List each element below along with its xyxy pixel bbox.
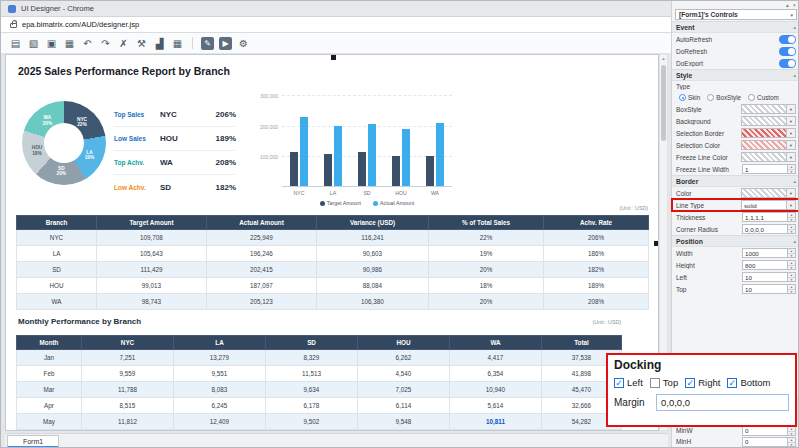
table-header-cell: Month (17, 336, 82, 350)
panel-bottom-rows: MinW0▴▾MinH0▴▾ (671, 425, 799, 447)
spinner-value[interactable]: 10 (742, 284, 788, 294)
spinner-value[interactable]: 1 (742, 164, 788, 174)
docking-checkbox-right[interactable]: ✓Right (685, 377, 720, 388)
new-document-icon[interactable]: ▤ (9, 37, 22, 50)
margin-input[interactable]: 0,0,0,0 (656, 394, 789, 411)
spinner-buttons[interactable]: ▴▾ (788, 212, 796, 222)
dropdown-arrow-icon[interactable]: ▾ (787, 188, 796, 198)
field-label: Freeze Line Width (676, 166, 730, 173)
save-icon[interactable]: ▣ (45, 37, 58, 50)
spinner-buttons[interactable]: ▴▾ (788, 437, 796, 447)
kpi-label: Top Achv. (114, 159, 160, 166)
select-value[interactable]: solid (741, 200, 787, 210)
section-header-event[interactable]: Event▴ (672, 21, 799, 33)
color-swatch[interactable] (741, 152, 787, 162)
section-header-position[interactable]: Position▴ (672, 235, 799, 247)
url-text[interactable]: epa.bimatrix.com/AUD/designer.jsp (22, 20, 139, 29)
color-swatch[interactable] (741, 104, 787, 114)
table-cell: SD (17, 262, 97, 278)
table-header-cell: NYC (82, 336, 174, 350)
radio-option-skin[interactable]: Skin (679, 94, 700, 101)
section-header-style[interactable]: Style▴ (672, 69, 799, 81)
bar-chart[interactable]: Target AmountActual Amount 100,000200,00… (244, 95, 456, 211)
section-header-border[interactable]: Border▴ (672, 175, 799, 187)
table-cell: 22% (429, 230, 544, 246)
toggle-dorefresh[interactable] (779, 47, 796, 56)
monthly-table[interactable]: MonthNYCLASDHOUWATotalJan7,25113,2798,32… (16, 335, 622, 430)
tab-form1[interactable]: Form1 (7, 435, 59, 448)
kpi-value: 208% (216, 158, 236, 167)
table-header-cell: Variance (USD) (317, 216, 429, 230)
spinner-buttons[interactable]: ▴▾ (788, 272, 796, 282)
scrollbar-thumb[interactable] (661, 65, 666, 141)
spinner-value[interactable]: 10 (742, 272, 788, 282)
radio-option-custom[interactable]: Custom (748, 94, 779, 101)
export-icon[interactable]: ▦ (63, 37, 76, 50)
spinner-buttons[interactable]: ▴▾ (788, 260, 796, 270)
build-icon[interactable]: ⚒ (135, 37, 148, 50)
panel-row-freeze-line-width: Freeze Line Width1▴▾ (672, 163, 799, 175)
table-header-row: BranchTarget AmountActual AmountVariance… (17, 216, 649, 230)
donut-chart[interactable]: NYC22%LA19%SD20%HOU18%WA20% (22, 101, 106, 185)
spinner-value[interactable]: 0,0,0,0 (742, 224, 788, 234)
toggle-doexport[interactable] (779, 59, 796, 68)
branch-table[interactable]: BranchTarget AmountActual AmountVariance… (16, 215, 649, 310)
spinner-buttons[interactable]: ▴▾ (788, 284, 796, 294)
spinner-buttons[interactable]: ▴▾ (788, 224, 796, 234)
field-label: Color (676, 190, 730, 197)
design-canvas[interactable]: 2025 Sales Performance Report by Branch … (5, 54, 659, 431)
redo-icon[interactable]: ↷ (99, 37, 112, 50)
delete-icon[interactable]: ✗ (117, 37, 130, 50)
kpi-list[interactable]: Top SalesNYC206%Low SalesHOU189%Top Achv… (114, 103, 236, 199)
app-favicon (8, 5, 16, 13)
spinner-buttons[interactable]: ▴▾ (788, 426, 796, 436)
bar-xlabel: NYC (282, 190, 316, 196)
table-row: SD111,429202,41590,98620%182% (17, 262, 649, 278)
scroll-up-icon[interactable]: ▲ (660, 55, 667, 63)
table-cell: 12,409 (174, 414, 266, 430)
undo-icon[interactable]: ↶ (81, 37, 94, 50)
open-project-icon[interactable]: ▧ (27, 37, 40, 50)
radio-option-boxstyle[interactable]: BoxStyle (707, 94, 741, 101)
dropdown-arrow-icon[interactable]: ▾ (787, 200, 796, 210)
spinner-value[interactable]: 0 (742, 437, 788, 447)
color-swatch[interactable] (741, 140, 787, 150)
panel-close-icon[interactable]: × (793, 2, 796, 8)
dropdown-arrow-icon[interactable]: ▾ (787, 116, 796, 126)
chevron-up-icon: ▴ (793, 178, 796, 184)
kpi-row: Low SalesHOU189% (114, 127, 236, 151)
run-icon[interactable]: ▶ (219, 37, 232, 50)
table-cell: 109,708 (97, 230, 207, 246)
spinner-value[interactable]: 1000 (742, 248, 788, 258)
dropdown-arrow-icon[interactable]: ▾ (787, 128, 796, 138)
docking-checkbox-bottom[interactable]: ✓Bottom (727, 377, 770, 388)
docking-checkbox-top[interactable]: Top (650, 377, 678, 388)
field-control: ▾ (741, 116, 796, 126)
dropdown-arrow-icon[interactable]: ▾ (787, 152, 796, 162)
table-cell: 106,380 (317, 294, 429, 310)
checkbox-unchecked-icon (650, 378, 660, 388)
bar-xlabel: SD (350, 190, 384, 196)
spinner-value[interactable]: 0 (742, 426, 788, 436)
chart-icon[interactable]: ▟ (153, 37, 166, 50)
spinner-buttons[interactable]: ▴▾ (788, 164, 796, 174)
spinner-value[interactable]: 1,1,1,1 (742, 212, 788, 222)
toggle-autorefresh[interactable] (779, 35, 796, 44)
grid-icon[interactable]: ▦ (171, 37, 184, 50)
selection-handle-top[interactable] (331, 55, 336, 60)
kpi-value: 206% (216, 110, 236, 119)
spinner-value[interactable]: 800 (742, 260, 788, 270)
spinner-buttons[interactable]: ▴▾ (788, 248, 796, 258)
panel-pin-icon[interactable]: ▴ (786, 2, 789, 8)
color-swatch[interactable] (741, 188, 787, 198)
color-swatch[interactable] (741, 128, 787, 138)
dropdown-arrow-icon[interactable]: ▾ (787, 140, 796, 150)
field-label: Corner Radius (676, 226, 730, 233)
settings-gear-icon[interactable]: ⚙ (237, 37, 250, 50)
controls-selector[interactable]: [Form1]'s Controls ▾ (675, 9, 797, 20)
color-swatch[interactable] (741, 116, 787, 126)
dropdown-arrow-icon[interactable]: ▾ (787, 104, 796, 114)
edit-form-icon[interactable]: ✎ (201, 37, 214, 50)
docking-checkbox-left[interactable]: ✓Left (614, 377, 643, 388)
bar-xlabel: HOU (384, 190, 418, 196)
